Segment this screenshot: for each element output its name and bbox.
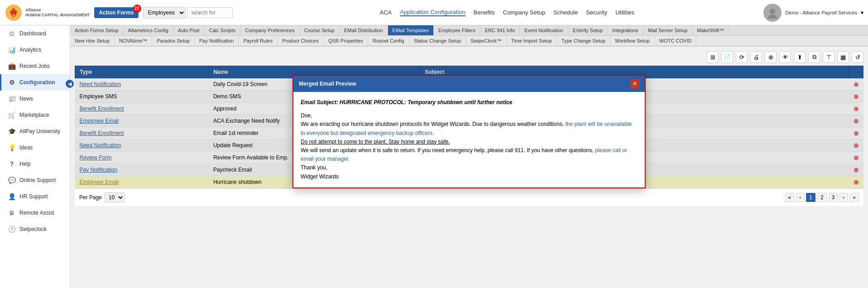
sidebar-label-marketplace: Marketplace: [19, 112, 49, 118]
modal-company: Widget Wizards: [301, 173, 638, 181]
subnav2-time-import-setup[interactable]: Time Import Setup: [507, 36, 557, 46]
last-page-button[interactable]: »: [849, 193, 859, 202]
filter-icon[interactable]: ⊤: [823, 51, 834, 63]
sidebar-label-configuration: Configuration: [19, 79, 55, 86]
subnav2-rosnet-config[interactable]: Rosnet Config: [368, 36, 409, 46]
sidebar-collapse-button[interactable]: ◀: [66, 80, 74, 88]
subnav-erc-941-info[interactable]: ERC 941 Info: [480, 25, 520, 35]
subnav2-workflow-setup[interactable]: Workflow Setup: [610, 36, 655, 46]
subnav-mail-server-setup[interactable]: Mail Server Setup: [643, 25, 692, 35]
sidebar-label-analytics: Analytics: [19, 47, 41, 53]
nav-schedule[interactable]: Schedule: [553, 9, 578, 16]
sidebar-item-marketplace[interactable]: 🛒 Marketplace: [0, 107, 70, 123]
sidebar-label-ideas: Ideas: [19, 144, 33, 151]
add-button-icon[interactable]: ⊕: [765, 51, 777, 63]
analytics-icon: 📊: [8, 46, 16, 53]
search-input[interactable]: [187, 7, 233, 18]
subnav-event-notification[interactable]: Event Notification: [520, 25, 568, 35]
history-icon[interactable]: ⟳: [736, 51, 748, 63]
subnav2-paradox-setup[interactable]: Paradox Setup: [152, 36, 195, 46]
first-page-button[interactable]: «: [785, 193, 795, 202]
nav-company-setup[interactable]: Company Setup: [503, 9, 545, 16]
nav-application-config[interactable]: Application Configuration: [400, 9, 465, 16]
document-icon[interactable]: 📄: [721, 51, 733, 63]
subnav-course-setup[interactable]: Course Setup: [300, 25, 340, 35]
dropdown-area: Employees: [143, 7, 233, 19]
email-preview-modal: Merged Email Preview ✕ Email Subject: HU…: [293, 75, 646, 188]
sidebar-item-hr-support[interactable]: 👤 HR Support: [0, 188, 70, 205]
nav-aca[interactable]: ACA: [379, 9, 392, 16]
marketplace-icon: 🛒: [8, 111, 16, 119]
subnav-employee-filters[interactable]: Employee Filters: [434, 25, 480, 35]
copy-icon[interactable]: ⧉: [808, 51, 820, 63]
action-forms-button[interactable]: Action Forms 22: [94, 7, 138, 18]
sidebar-item-help[interactable]: ? Help: [0, 156, 70, 172]
page-1-button[interactable]: 1: [806, 193, 815, 202]
subnav-auto-post[interactable]: Auto Post: [173, 25, 205, 35]
modal-sign-off: Thank you,: [301, 163, 638, 172]
sidebar-item-ideas[interactable]: 💡 Ideas: [0, 139, 70, 156]
grid-view-icon[interactable]: ⊞: [707, 51, 719, 63]
subnav-altametrics-config[interactable]: Altametrics Config: [124, 25, 173, 35]
main-content: Action Forms Setup Altametrics Config Au…: [70, 25, 868, 288]
export-icon[interactable]: ⬆: [794, 51, 806, 63]
page-3-button[interactable]: 3: [829, 193, 838, 202]
action-forms-label: Action Forms: [99, 10, 134, 16]
subnav2-qsr-properties[interactable]: QSR Properties: [324, 36, 368, 46]
subnav2-status-change-setup[interactable]: Status Change Setup: [409, 36, 466, 46]
sidebar-item-analytics[interactable]: 📊 Analytics: [0, 42, 70, 58]
sidebar-item-online-support[interactable]: 💬 Online Support: [0, 172, 70, 188]
layout: ◀ ⊙ Dashboard 📊 Analytics 💼 Recent Jobs …: [0, 25, 868, 288]
sidebar-label-recent-jobs: Recent Jobs: [19, 63, 50, 69]
subnav-email-distribution[interactable]: EMail Distribution: [340, 25, 388, 35]
page-2-button[interactable]: 2: [817, 193, 827, 202]
subnav-action-forms-setup[interactable]: Action Forms Setup: [70, 25, 124, 35]
subnav2-wotc-covid[interactable]: WOTC COVID: [655, 36, 697, 46]
online-support-icon: 💬: [8, 177, 16, 184]
subnav-integrations[interactable]: Integrations: [608, 25, 643, 35]
sidebar-label-help: Help: [19, 161, 31, 167]
sidebar-item-dashboard[interactable]: ⊙ Dashboard: [0, 25, 70, 42]
sidebar-item-configuration[interactable]: ⚙ Configuration: [0, 74, 70, 91]
subnav-company-preferences[interactable]: Company Preferences: [240, 25, 299, 35]
subnav2-type-change-setup[interactable]: Type Change Setup: [557, 36, 610, 46]
nav-benefits[interactable]: Benefits: [474, 9, 495, 16]
modal-body-line3: We will send an update when it is safe t…: [301, 146, 638, 163]
subnav2-payroll-rules[interactable]: Payroll Rules: [239, 36, 278, 46]
sidebar-item-remote-assist[interactable]: 🖥 Remote Assist: [0, 205, 70, 221]
svg-point-5: [768, 14, 777, 19]
recent-jobs-icon: 💼: [8, 62, 16, 70]
per-page-select[interactable]: 10 25 50: [105, 192, 125, 202]
sidebar-item-allpay-university[interactable]: 🎓 AllPay University: [0, 123, 70, 139]
sidebar-label-online-support: Online Support: [19, 177, 56, 183]
modal-body-line2: Do not attempt to come to the plant. Sta…: [301, 138, 638, 146]
columns-icon[interactable]: ▦: [837, 51, 849, 63]
swipeclock-icon: 🕐: [8, 226, 16, 233]
subnav2-new-hire-setup[interactable]: New Hire Setup: [70, 36, 115, 46]
nav-security[interactable]: Security: [586, 9, 607, 16]
context-dropdown[interactable]: Employees: [143, 7, 186, 19]
sidebar-label-hr-support: HR Support: [19, 193, 48, 200]
prev-page-button[interactable]: ‹: [796, 193, 804, 202]
next-page-button[interactable]: ›: [839, 193, 848, 202]
configuration-icon: ⚙: [8, 79, 16, 86]
refresh-icon[interactable]: ↺: [852, 51, 863, 63]
subnav-makeshift[interactable]: MakeShift™: [692, 25, 729, 35]
preview-icon[interactable]: 👁: [779, 51, 791, 63]
subnav-email-templates[interactable]: EMail Templates: [388, 25, 434, 35]
subnav2-product-choices[interactable]: Product Choices: [278, 36, 324, 46]
user-avatar-icon: [767, 7, 778, 19]
subnav2-novatime[interactable]: NOVAtime™: [115, 36, 152, 46]
subnav-calc-scripts[interactable]: Calc Scripts: [205, 25, 241, 35]
sidebar-label-news: News: [19, 96, 33, 102]
sidebar-item-recent-jobs[interactable]: 💼 Recent Jobs: [0, 58, 70, 74]
print-icon[interactable]: 🖨: [750, 51, 762, 63]
subnav-everify-setup[interactable]: EVerify Setup: [568, 25, 608, 35]
modal-close-button[interactable]: ✕: [630, 79, 639, 88]
subnav2-swipeclock[interactable]: SwipeClock™: [466, 36, 506, 46]
sidebar-item-news[interactable]: 📰 News: [0, 91, 70, 107]
sidebar-item-swipeclock[interactable]: 🕐 Swipeclock: [0, 221, 70, 237]
nav-utilities[interactable]: Utilities: [615, 9, 634, 16]
user-dropdown-icon[interactable]: ▾: [861, 10, 863, 16]
subnav2-pay-notification[interactable]: Pay Notification: [195, 36, 239, 46]
